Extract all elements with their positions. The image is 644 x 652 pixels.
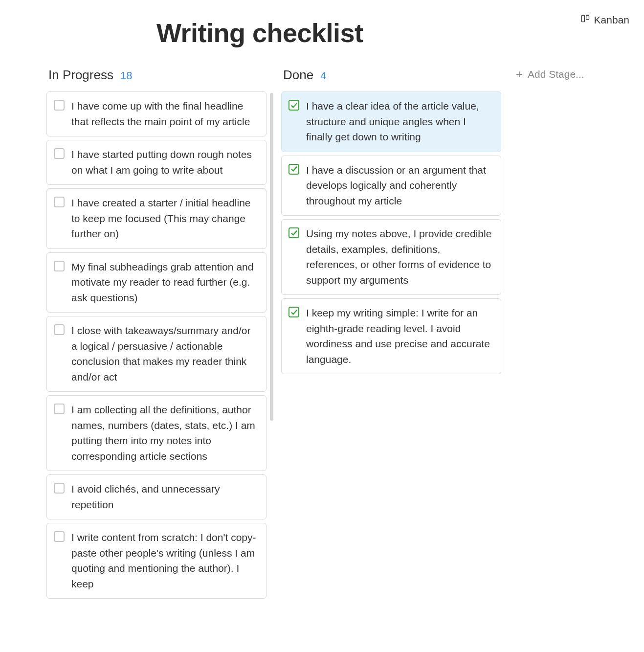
card-text: I avoid clichés, and unnecessary repetit… [71,481,258,512]
checkbox-checked[interactable] [289,100,299,111]
card-text: I have started putting down rough notes … [71,147,258,178]
scrollbar[interactable] [270,93,273,421]
column-title: Done [283,67,313,83]
card-text: I write content from scratch: I don't co… [71,530,258,591]
svg-rect-0 [581,15,584,22]
checkbox[interactable] [54,197,65,207]
card-text: My final subheadings grab attention and … [71,259,258,306]
checkbox[interactable] [54,100,65,111]
check-icon [290,229,298,237]
card-text: Using my notes above, I provide credible… [306,226,493,288]
checkbox-checked[interactable] [289,227,299,238]
card-text: I have created a starter / initial headl… [71,195,258,242]
card[interactable]: I have created a starter / initial headl… [46,188,266,249]
card[interactable]: I close with takeaways/summary and/or a … [46,316,266,392]
checkbox-checked[interactable] [289,307,299,317]
add-stage-button[interactable]: + Add Stage... [516,67,604,80]
card[interactable]: I keep my writing simple: I write for an… [281,298,501,374]
kanban-board: In Progress 18 I have come up with the f… [0,67,644,599]
card-text: I close with takeaways/summary and/or a … [71,323,258,384]
checkbox[interactable] [54,324,65,335]
check-icon [290,102,298,109]
column-header[interactable]: Done 4 [281,67,501,83]
card-text: I have come up with the final headline t… [71,98,258,129]
column-in-progress: In Progress 18 I have come up with the f… [46,67,266,599]
check-icon [290,165,298,173]
card[interactable]: I avoid clichés, and unnecessary repetit… [46,474,266,519]
card-text: I have a clear idea of the article value… [306,98,493,145]
svg-rect-1 [586,15,589,19]
check-icon [290,309,298,316]
card[interactable]: Using my notes above, I provide credible… [281,219,501,295]
column-title: In Progress [48,67,113,83]
card[interactable]: I am collecting all the definitions, aut… [46,395,266,471]
checkbox[interactable] [54,261,65,271]
view-label: Kanban [594,14,629,26]
cards-list: I have come up with the final headline t… [46,91,266,599]
add-stage-label: Add Stage... [528,68,584,80]
plus-icon: + [516,68,523,80]
page-title: Writing checklist [156,18,644,48]
card[interactable]: I have a clear idea of the article value… [281,91,501,152]
view-selector[interactable]: Kanban [580,14,629,26]
checkbox[interactable] [54,483,65,494]
card[interactable]: I have come up with the final headline t… [46,91,266,136]
checkbox[interactable] [54,531,65,542]
cards-list: I have a clear idea of the article value… [281,91,501,374]
card[interactable]: I have a discussion or an argument that … [281,156,501,216]
card[interactable]: I have started putting down rough notes … [46,140,266,185]
checkbox[interactable] [54,148,65,159]
column-done: Done 4 I have a clear idea of the articl… [281,67,501,374]
card-text: I keep my writing simple: I write for an… [306,305,493,367]
column-count: 18 [120,69,132,82]
kanban-icon [580,14,590,26]
card-text: I am collecting all the definitions, aut… [71,402,258,464]
checkbox-checked[interactable] [289,164,299,175]
column-header[interactable]: In Progress 18 [46,67,266,83]
card-text: I have a discussion or an argument that … [306,162,493,209]
checkbox[interactable] [54,404,65,414]
card[interactable]: My final subheadings grab attention and … [46,252,266,313]
card[interactable]: I write content from scratch: I don't co… [46,523,266,599]
column-count: 4 [320,69,326,82]
